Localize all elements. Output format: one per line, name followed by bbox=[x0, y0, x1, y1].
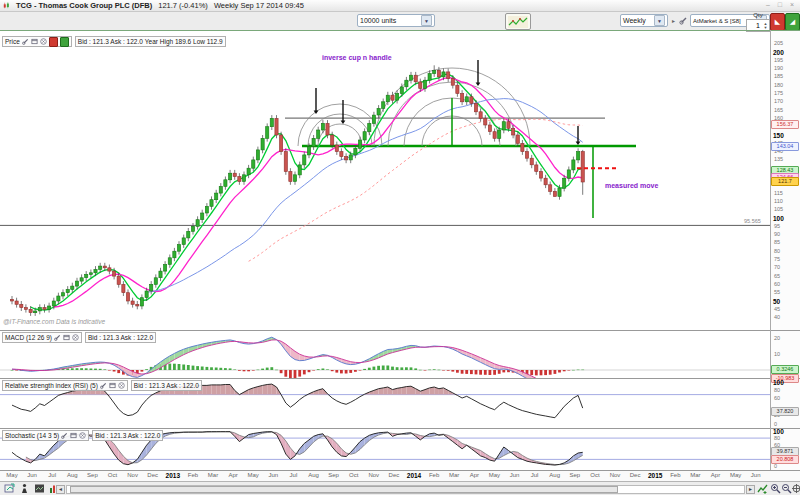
svg-text:inverse cup n handle: inverse cup n handle bbox=[322, 54, 392, 62]
wrench-icon[interactable] bbox=[54, 334, 61, 341]
bid-ask-text: Bid : 121.3 Ask : 122.0 bbox=[95, 432, 160, 439]
chart-canvas[interactable]: 95.565inverse cup n handlemeasured move bbox=[0, 0, 800, 495]
close-icon[interactable] bbox=[79, 432, 86, 439]
rsi-pane-quote: Bid : 121.3 Ask : 122.0 bbox=[131, 380, 202, 391]
window-icon[interactable] bbox=[109, 382, 116, 389]
wrench-icon[interactable] bbox=[100, 382, 107, 389]
price-pane-graphics: 95.565inverse cup n handlemeasured move bbox=[0, 54, 770, 316]
svg-text:95.565: 95.565 bbox=[744, 218, 761, 224]
macd-pane-toolbox: MACD (12 26 9) bbox=[2, 332, 82, 343]
year-high-low-text: Year High 189.6 Low 112.9 bbox=[145, 38, 223, 45]
bid-ask-text: Bid : 121.3 Ask : 122.0 bbox=[78, 38, 143, 45]
price-pane-quote: Bid : 121.3 Ask : 122.0 Year High 189.6 … bbox=[75, 36, 226, 47]
rsi-pane-header: Relative strength index (RSI) (5) Bid : … bbox=[2, 380, 202, 391]
macd-pane-header: MACD (12 26 9) Bid : 121.3 Ask : 122.0 bbox=[2, 332, 156, 343]
window-icon[interactable] bbox=[70, 432, 77, 439]
rsi-pane-label: Relative strength index (RSI) (5) bbox=[5, 382, 98, 389]
macd-pane-quote: Bid : 121.3 Ask : 122.0 bbox=[85, 332, 156, 343]
watermark: @IT-Finance.com Data is indicative bbox=[3, 318, 105, 325]
wrench-icon[interactable] bbox=[22, 38, 29, 45]
stoch-pane-header: Stochastic (14 3 5) Bid : 121.3 Ask : 12… bbox=[2, 430, 163, 441]
price-pane-label: Price bbox=[5, 38, 20, 45]
wrench-icon[interactable] bbox=[61, 432, 68, 439]
close-icon[interactable] bbox=[40, 38, 47, 45]
close-icon[interactable] bbox=[118, 382, 125, 389]
svg-text:measured move: measured move bbox=[605, 182, 658, 189]
rsi-pane-toolbox: Relative strength index (RSI) (5) bbox=[2, 380, 128, 391]
stoch-pane-label: Stochastic (14 3 5) bbox=[5, 432, 59, 439]
price-pane-header: Price Bid : 121.3 Ask : 122.0 Year High … bbox=[2, 36, 226, 47]
window-icon[interactable] bbox=[31, 38, 38, 45]
quick-sell-icon[interactable] bbox=[49, 37, 58, 47]
stoch-pane-toolbox: Stochastic (14 3 5) bbox=[2, 430, 89, 441]
quick-buy-icon[interactable] bbox=[60, 37, 69, 47]
close-icon[interactable] bbox=[72, 334, 79, 341]
window-icon[interactable] bbox=[63, 334, 70, 341]
macd-pane-label: MACD (12 26 9) bbox=[5, 334, 52, 341]
bid-ask-text: Bid : 121.3 Ask : 122.0 bbox=[88, 334, 153, 341]
bid-ask-text: Bid : 121.3 Ask : 122.0 bbox=[134, 382, 199, 389]
stoch-pane-quote: Bid : 121.3 Ask : 122.0 bbox=[92, 430, 163, 441]
price-pane-toolbox: Price bbox=[2, 36, 72, 47]
